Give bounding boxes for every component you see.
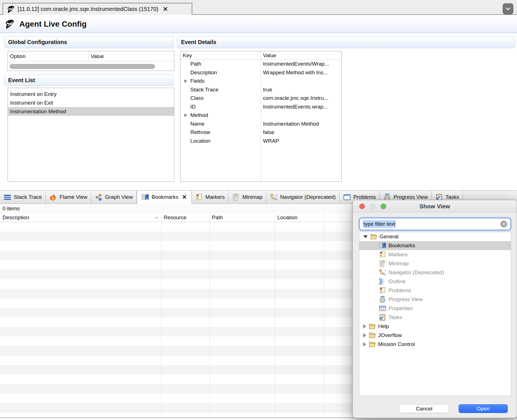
tree-item-tasks[interactable]: Tasks bbox=[359, 313, 511, 322]
folder-open-icon bbox=[369, 332, 376, 339]
editor-tab-strip: [11.0.12] com.oracle.jmc.sqe.Instrumente… bbox=[0, 0, 517, 15]
detail-key: Location bbox=[190, 138, 211, 144]
tree-item-joverflow[interactable]: JOverflow bbox=[359, 331, 511, 340]
editor-tab[interactable]: [11.0.12] com.oracle.jmc.sqe.Instrumente… bbox=[3, 3, 192, 15]
section-title: Event List bbox=[8, 77, 35, 84]
tab-label: Stack Trace bbox=[14, 194, 42, 200]
view-menu-button[interactable] bbox=[503, 3, 513, 14]
column-header-path[interactable]: Path bbox=[212, 214, 223, 221]
view-tree: GeneralBookmarksMarkersMinimapNavigator … bbox=[359, 232, 511, 396]
column-header-option[interactable]: Option bbox=[8, 51, 89, 61]
folder-open-icon bbox=[369, 323, 376, 330]
detail-value: WRAP bbox=[261, 138, 279, 144]
dialog-titlebar: Show View bbox=[353, 200, 517, 213]
tree-item-label: Mission Control bbox=[378, 341, 415, 347]
outline-icon bbox=[379, 278, 386, 285]
expand-icon[interactable] bbox=[363, 333, 366, 338]
markers-icon bbox=[379, 251, 386, 258]
column-divider bbox=[261, 51, 261, 181]
detail-key: Name bbox=[190, 121, 205, 127]
tab-bookmarks[interactable]: Bookmarks✕ bbox=[137, 191, 192, 204]
detail-value: true bbox=[261, 87, 272, 93]
minimap-icon bbox=[232, 193, 240, 201]
minimize-button[interactable] bbox=[370, 204, 376, 209]
event-list-item[interactable]: Instrument on Entry bbox=[8, 90, 174, 98]
expand-icon[interactable] bbox=[184, 114, 187, 117]
expand-icon[interactable] bbox=[363, 324, 366, 329]
column-header-resource[interactable]: Resource bbox=[164, 214, 186, 221]
problems-window-icon bbox=[343, 193, 351, 201]
detail-value: Wrapped Method with Ins... bbox=[261, 70, 328, 76]
close-icon[interactable]: ✕ bbox=[163, 6, 168, 13]
cancel-button[interactable]: Cancel bbox=[400, 404, 449, 413]
close-button[interactable] bbox=[359, 204, 365, 209]
column-header-location[interactable]: Location bbox=[277, 214, 298, 221]
status-text: 0 items bbox=[3, 206, 20, 212]
tree-item-problems[interactable]: Problems bbox=[359, 286, 511, 295]
tree-item-label: Tasks bbox=[388, 314, 402, 320]
tree-item-general[interactable]: General bbox=[359, 232, 511, 241]
tree-item-help[interactable]: Help bbox=[359, 322, 511, 331]
tree-item-minimap[interactable]: Minimap bbox=[359, 259, 511, 268]
tab-minimap[interactable]: Minimap bbox=[228, 191, 266, 204]
column-header-value[interactable]: Value bbox=[89, 53, 174, 59]
tree-item-bookmarks[interactable]: Bookmarks bbox=[359, 241, 511, 250]
dialog-title: Show View bbox=[419, 203, 450, 210]
column-header-key[interactable]: Key bbox=[180, 52, 261, 59]
close-icon[interactable]: ✕ bbox=[182, 194, 187, 200]
clear-icon[interactable]: ✕ bbox=[500, 221, 507, 227]
tree-item-outline[interactable]: Outline bbox=[359, 277, 511, 286]
global-configurations-table: Option Value bbox=[8, 51, 174, 71]
stack-trace-icon bbox=[4, 193, 11, 201]
chevron-down-icon bbox=[505, 6, 511, 12]
column-divider bbox=[161, 213, 162, 417]
page-header: Agent Live Config bbox=[0, 15, 517, 33]
horizontal-scrollbar[interactable] bbox=[10, 64, 155, 69]
duke-icon bbox=[4, 19, 15, 29]
navigator-icon bbox=[270, 193, 278, 201]
tab-graph-view[interactable]: Graph View bbox=[91, 191, 137, 204]
open-button[interactable]: Open bbox=[459, 404, 508, 413]
tab-flame-view[interactable]: Flame View bbox=[46, 191, 91, 204]
tab-label: Progress View bbox=[394, 194, 428, 200]
graph-icon bbox=[95, 193, 102, 201]
filter-input[interactable]: type filter text ✕ bbox=[360, 218, 511, 230]
tree-item-label: Markers bbox=[388, 251, 408, 258]
tree-item-label: Progress View bbox=[388, 296, 423, 303]
column-divider bbox=[324, 213, 324, 417]
progress-icon bbox=[379, 296, 386, 303]
zoom-button[interactable] bbox=[381, 204, 386, 209]
tree-item-progress-view[interactable]: Progress View bbox=[359, 295, 511, 304]
duke-icon bbox=[6, 5, 15, 13]
detail-key: Class bbox=[190, 95, 204, 101]
bookmarks-icon bbox=[379, 242, 386, 249]
event-list-item[interactable]: Instrumentation Method bbox=[8, 107, 174, 116]
tree-item-navigator-deprecated[interactable]: Navigator (Deprecated) bbox=[359, 268, 511, 277]
section-title: Global Configurations bbox=[8, 39, 67, 45]
event-list-item[interactable]: Instrument on Exit bbox=[8, 98, 174, 107]
sort-ascending-icon bbox=[154, 216, 159, 220]
detail-key: Stack Trace bbox=[190, 87, 218, 93]
folder-open-icon bbox=[369, 341, 376, 348]
detail-value: InstrumentedEvents.wrap... bbox=[261, 104, 328, 110]
editor-tab-title: [11.0.12] com.oracle.jmc.sqe.Instrumente… bbox=[18, 6, 158, 12]
tab-navigator-deprecated[interactable]: Navigator (Deprecated) bbox=[266, 191, 339, 204]
expand-icon[interactable] bbox=[363, 342, 366, 347]
tasks-icon bbox=[379, 314, 386, 321]
collapse-icon[interactable] bbox=[363, 235, 368, 238]
tab-markers[interactable]: Markers bbox=[192, 191, 229, 204]
expand-icon[interactable] bbox=[184, 79, 187, 83]
tab-stack-trace[interactable]: Stack Trace bbox=[0, 191, 46, 204]
tree-item-label: JOverflow bbox=[378, 332, 402, 338]
navigator-icon bbox=[379, 269, 386, 276]
tree-item-properties[interactable]: Properties bbox=[359, 304, 511, 313]
column-header-value[interactable]: Value bbox=[261, 52, 276, 59]
markers-icon bbox=[195, 193, 203, 201]
tree-item-mission-control[interactable]: Mission Control bbox=[359, 340, 511, 349]
tree-item-label: Minimap bbox=[388, 260, 409, 267]
tree-item-markers[interactable]: Markers bbox=[359, 250, 511, 259]
column-header-description[interactable]: Description bbox=[3, 214, 29, 221]
event-details-section: Event Details bbox=[177, 36, 515, 48]
tab-label: Graph View bbox=[105, 194, 133, 200]
jmc-window: [11.0.12] com.oracle.jmc.sqe.Instrumente… bbox=[0, 0, 517, 420]
